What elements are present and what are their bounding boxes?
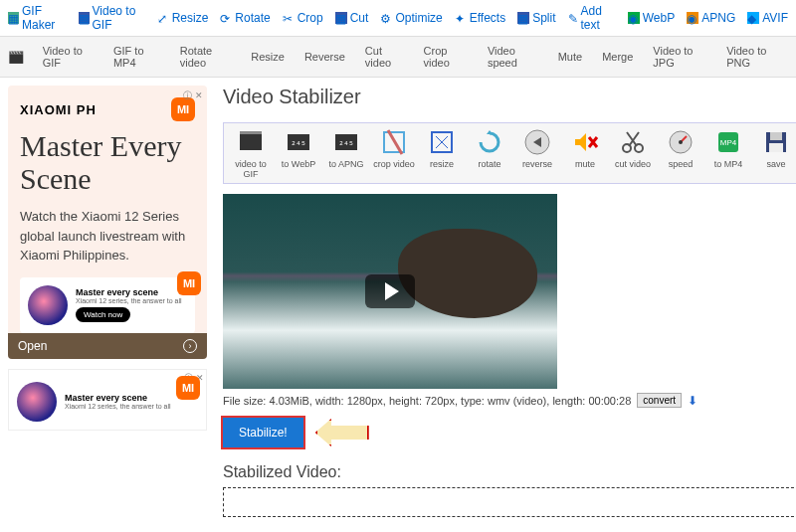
nav-bar: Video to GIF GIF to MP4 Rotate video Res… xyxy=(0,37,796,78)
file-info-text: File size: 4.03MiB, width: 1280px, heigh… xyxy=(223,395,631,407)
ad-close-icon[interactable]: ⓘ ✕ xyxy=(183,89,203,102)
file-info: File size: 4.03MiB, width: 1280px, heigh… xyxy=(223,393,796,408)
tool-cut-video[interactable]: cut video xyxy=(610,127,656,179)
link-gif-maker[interactable]: ▦GIF Maker xyxy=(8,4,67,32)
nav-reverse[interactable]: Reverse xyxy=(295,43,355,71)
ad2-title: Master every scene xyxy=(65,393,171,403)
nav-merge[interactable]: Merge xyxy=(592,43,643,71)
svg-text:2 4 5: 2 4 5 xyxy=(292,140,305,146)
stabilized-video-title: Stabilized Video: xyxy=(223,463,796,481)
video-thumbnail xyxy=(398,229,537,318)
link-video-to-gif[interactable]: ▦Video to GIF xyxy=(79,4,145,32)
ad-card-title: Master every scene xyxy=(76,287,182,297)
nav-resize[interactable]: Resize xyxy=(241,43,295,71)
mi-logo-icon: MI xyxy=(177,271,201,295)
svg-rect-18 xyxy=(770,132,782,140)
link-apng[interactable]: ◉APNG xyxy=(687,4,735,32)
svg-rect-2 xyxy=(240,134,262,150)
convert-button[interactable]: convert xyxy=(637,393,682,408)
tool-to-apng[interactable]: 2 4 5to APNG xyxy=(323,127,369,179)
tool-to-mp4[interactable]: MP4to MP4 xyxy=(705,127,751,179)
nav-rotate-video[interactable]: Rotate video xyxy=(170,37,241,77)
link-avif[interactable]: ◆AVIF xyxy=(747,4,788,32)
link-split[interactable]: ▦Split xyxy=(517,4,555,32)
tool-row: video to GIF 2 4 5to WebP 2 4 5to APNG c… xyxy=(223,122,796,184)
ad-thumb-icon xyxy=(28,285,68,325)
link-webp[interactable]: ◉WebP xyxy=(628,4,675,32)
watch-now-button[interactable]: Watch now xyxy=(76,307,130,322)
ad-card-sub: Xiaomi 12 series, the answer to all xyxy=(76,297,182,304)
ad-open-bar[interactable]: Open › xyxy=(8,333,207,359)
mi-logo-icon: MI xyxy=(176,376,200,400)
link-optimize[interactable]: ⚙Optimize xyxy=(380,4,442,32)
link-effects[interactable]: ✦Effects xyxy=(455,4,505,32)
nav-gif-to-mp4[interactable]: GIF to MP4 xyxy=(103,37,170,77)
stabilized-output-box xyxy=(223,487,796,517)
link-crop[interactable]: ✂Crop xyxy=(283,4,323,32)
tool-reverse[interactable]: reverse xyxy=(514,127,560,179)
svg-rect-3 xyxy=(240,131,262,134)
main-content: Video Stabilizer video to GIF 2 4 5to We… xyxy=(223,86,796,517)
tool-mute[interactable]: mute xyxy=(562,127,608,179)
ad-xiaomi[interactable]: ⓘ ✕ XIAOMI PH MI Master Every Scene Watc… xyxy=(8,86,207,359)
link-add-text[interactable]: ✎Add text xyxy=(568,4,616,32)
svg-rect-19 xyxy=(769,143,783,152)
ad-thumb-icon xyxy=(17,382,57,422)
svg-rect-0 xyxy=(9,54,23,64)
tool-resize[interactable]: resize xyxy=(419,127,465,179)
nav-video-to-jpg[interactable]: Video to JPG xyxy=(643,37,716,77)
clapperboard-icon xyxy=(8,48,25,66)
sidebar: ⓘ ✕ XIAOMI PH MI Master Every Scene Watc… xyxy=(8,86,207,517)
svg-point-14 xyxy=(679,140,683,144)
top-link-bar: ▦GIF Maker ▦Video to GIF ⤢Resize ⟳Rotate… xyxy=(0,0,796,37)
video-player[interactable] xyxy=(223,194,557,389)
ad-desc: Watch the Xiaomi 12 Series global launch… xyxy=(20,207,195,266)
tool-to-webp[interactable]: 2 4 5to WebP xyxy=(276,127,321,179)
ad2-sub: Xiaomi 12 series, the answer to all xyxy=(65,403,171,410)
svg-text:2 4 5: 2 4 5 xyxy=(339,140,353,146)
stabilize-button[interactable]: Stabilize! xyxy=(223,418,303,447)
ad-title: Master Every Scene xyxy=(20,129,195,195)
page-title: Video Stabilizer xyxy=(223,86,796,108)
svg-text:MP4: MP4 xyxy=(720,138,737,147)
nav-video-to-png[interactable]: Video to PNG xyxy=(716,37,792,77)
ad-card[interactable]: MI Master every scene Xiaomi 12 series, … xyxy=(20,277,195,333)
ad-xiaomi-2[interactable]: ⓘ ✕ Master every scene Xiaomi 12 series,… xyxy=(8,369,207,431)
nav-mute[interactable]: Mute xyxy=(548,43,592,71)
download-icon[interactable]: ⬇ xyxy=(688,394,697,408)
nav-cut-video[interactable]: Cut video xyxy=(355,37,414,77)
tool-rotate[interactable]: rotate xyxy=(467,127,512,179)
nav-video-to-gif[interactable]: Video to GIF xyxy=(33,37,103,77)
link-cut[interactable]: ▦Cut xyxy=(335,4,369,32)
link-rotate[interactable]: ⟳Rotate xyxy=(220,4,270,32)
link-resize[interactable]: ⤢Resize xyxy=(157,4,209,32)
tool-save[interactable]: save xyxy=(753,127,796,179)
nav-video-speed[interactable]: Video speed xyxy=(478,37,548,77)
tool-speed[interactable]: speed xyxy=(658,127,703,179)
tool-video-to-gif[interactable]: video to GIF xyxy=(228,127,274,179)
open-label: Open xyxy=(18,339,47,353)
play-button-icon[interactable] xyxy=(365,274,415,308)
nav-crop-video[interactable]: Crop video xyxy=(414,37,478,77)
tool-crop-video[interactable]: crop video xyxy=(371,127,417,179)
ad-brand: XIAOMI PH xyxy=(20,102,97,117)
arrow-callout-icon xyxy=(315,419,369,446)
chevron-right-icon: › xyxy=(183,339,197,353)
